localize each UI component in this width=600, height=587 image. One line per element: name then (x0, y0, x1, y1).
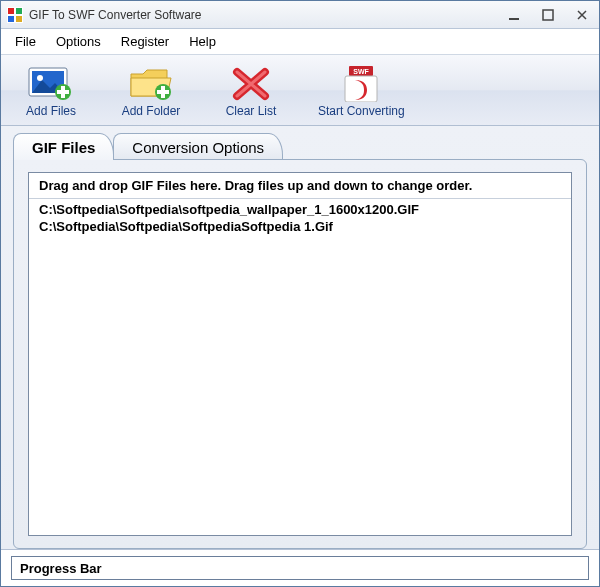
window-title: GIF To SWF Converter Software (29, 8, 503, 22)
svg-rect-6 (543, 10, 553, 20)
menu-file[interactable]: File (5, 29, 46, 54)
tab-strip: GIF Files Conversion Options (13, 132, 587, 160)
progress-area: Progress Bar (1, 549, 599, 586)
clear-icon (227, 66, 275, 102)
svg-rect-13 (57, 90, 69, 94)
file-list[interactable]: Drag and drop GIF Files here. Drag files… (28, 172, 572, 536)
menubar: File Options Register Help (1, 29, 599, 55)
add-files-button[interactable]: Add Files (11, 61, 91, 121)
svg-rect-16 (157, 90, 169, 94)
minimize-button[interactable] (503, 7, 525, 23)
tab-conversion-options[interactable]: Conversion Options (113, 133, 283, 160)
tab-gif-files[interactable]: GIF Files (13, 133, 114, 160)
app-window: GIF To SWF Converter Software File Optio… (0, 0, 600, 587)
svg-rect-2 (16, 8, 22, 14)
svg-point-10 (37, 75, 43, 81)
list-item[interactable]: C:\Softpedia\Softpedia\softpedia_wallpap… (29, 201, 571, 218)
file-list-header: Drag and drop GIF Files here. Drag files… (29, 173, 571, 199)
maximize-button[interactable] (537, 7, 559, 23)
app-icon (7, 7, 23, 23)
svg-rect-1 (8, 8, 14, 14)
tab-panel-gif-files: Drag and drop GIF Files here. Drag files… (13, 159, 587, 549)
list-item[interactable]: C:\Softpedia\Softpedia\SoftpediaSoftpedi… (29, 218, 571, 235)
progress-label: Progress Bar (20, 561, 102, 576)
menu-register[interactable]: Register (111, 29, 179, 54)
svg-rect-4 (16, 16, 22, 22)
swf-convert-icon: SWF (337, 66, 385, 102)
close-button[interactable] (571, 7, 593, 23)
progress-bar: Progress Bar (11, 556, 589, 580)
folder-add-icon (127, 66, 175, 102)
add-files-label: Add Files (26, 104, 76, 118)
titlebar[interactable]: GIF To SWF Converter Software (1, 1, 599, 29)
svg-rect-5 (509, 18, 519, 20)
content-area: GIF Files Conversion Options Drag and dr… (1, 126, 599, 549)
clear-list-button[interactable]: Clear List (211, 61, 291, 121)
toolbar: Add Files Add Folder Clea (1, 55, 599, 126)
menu-help[interactable]: Help (179, 29, 226, 54)
clear-list-label: Clear List (226, 104, 277, 118)
svg-rect-3 (8, 16, 14, 22)
photo-add-icon (27, 66, 75, 102)
start-converting-button[interactable]: SWF Start Converting (311, 61, 412, 121)
add-folder-button[interactable]: Add Folder (111, 61, 191, 121)
svg-text:SWF: SWF (354, 68, 370, 75)
add-folder-label: Add Folder (122, 104, 181, 118)
menu-options[interactable]: Options (46, 29, 111, 54)
file-list-body[interactable]: C:\Softpedia\Softpedia\softpedia_wallpap… (29, 199, 571, 535)
start-converting-label: Start Converting (318, 104, 405, 118)
window-controls (503, 7, 593, 23)
